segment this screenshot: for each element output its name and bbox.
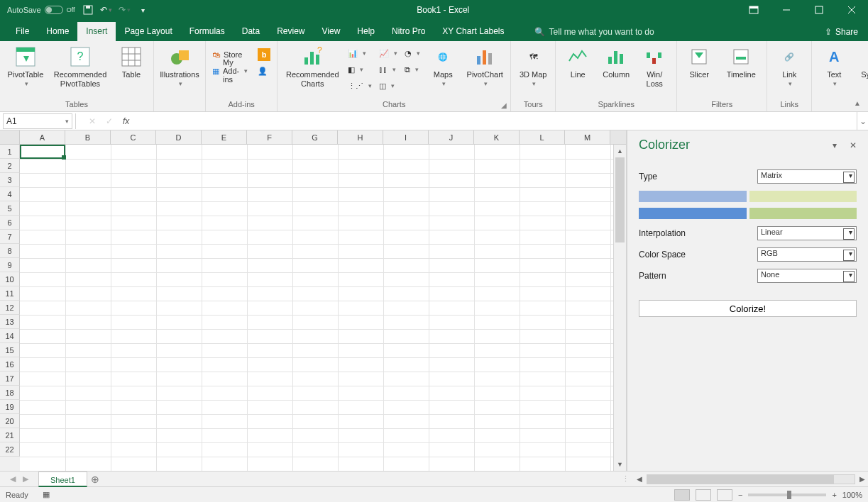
sheet-next-icon[interactable]: ▶ xyxy=(23,474,28,484)
line-chart-button[interactable]: 📈▾ xyxy=(377,45,400,61)
name-box[interactable]: A1▾ xyxy=(3,113,72,129)
tab-insert[interactable]: Insert xyxy=(77,22,116,41)
expand-formula-icon[interactable]: ⌄ xyxy=(857,112,868,130)
column-chart-button[interactable]: 📊▾ xyxy=(346,45,374,61)
row-header-8[interactable]: 8 xyxy=(0,244,20,258)
tab-nitro-pro[interactable]: Nitro Pro xyxy=(383,22,434,41)
panel-options-icon[interactable]: ▾ xyxy=(833,140,837,150)
worksheet-grid[interactable]: ABCDEFGHIJKLM 12345678910111213141516171… xyxy=(0,130,627,471)
pattern-select[interactable]: None xyxy=(757,269,857,283)
undo-icon[interactable]: ↶▾ xyxy=(101,4,112,16)
zoom-out-button[interactable]: − xyxy=(738,491,742,499)
new-sheet-button[interactable]: ⊕ xyxy=(87,474,103,485)
zoom-in-button[interactable]: + xyxy=(832,491,836,499)
vertical-scrollbar[interactable]: ▲ ▼ xyxy=(613,145,626,471)
scatter-chart-button[interactable]: ⋮⋰▾ xyxy=(346,78,374,94)
qat-customize-icon[interactable]: ▾ xyxy=(138,4,149,16)
column-header-G[interactable]: G xyxy=(292,130,338,144)
tab-split-handle[interactable]: ⋮ xyxy=(617,474,634,484)
tab-home[interactable]: Home xyxy=(38,22,77,41)
save-icon[interactable] xyxy=(82,4,94,16)
pivotchart-button[interactable]: PivotChart▾ xyxy=(463,44,506,89)
fx-icon[interactable]: fx xyxy=(123,116,129,126)
share-button[interactable]: ⇪ Share xyxy=(815,27,868,41)
formula-input[interactable] xyxy=(139,113,857,129)
tab-file[interactable]: File xyxy=(7,22,38,41)
row-header-11[interactable]: 11 xyxy=(0,286,20,301)
swatch-green-light[interactable] xyxy=(749,191,857,202)
row-header-4[interactable]: 4 xyxy=(0,187,20,201)
scroll-right-icon[interactable]: ▶ xyxy=(857,475,868,483)
type-select[interactable]: Matrix xyxy=(757,169,857,184)
column-header-E[interactable]: E xyxy=(202,130,247,144)
pivottable-button[interactable]: PivotTable▾ xyxy=(4,44,47,89)
macro-record-icon[interactable]: ▦ xyxy=(43,490,50,499)
row-header-9[interactable]: 9 xyxy=(0,258,20,272)
column-header-D[interactable]: D xyxy=(156,130,202,144)
tab-data[interactable]: Data xyxy=(234,22,268,41)
row-header-22[interactable]: 22 xyxy=(0,442,20,457)
hscroll-thumb[interactable] xyxy=(647,475,834,484)
recommended-charts-button[interactable]: ?Recommended Charts xyxy=(282,44,343,89)
page-break-view-button[interactable] xyxy=(717,489,732,501)
horizontal-scrollbar[interactable]: ◀ ▶ xyxy=(634,474,868,484)
column-header-A[interactable]: A xyxy=(20,130,65,144)
row-header-20[interactable]: 20 xyxy=(0,414,20,428)
slicer-button[interactable]: Slicer xyxy=(681,44,717,79)
close-button[interactable] xyxy=(835,0,868,20)
row-header-12[interactable]: 12 xyxy=(0,301,20,315)
panel-close-icon[interactable]: ✕ xyxy=(850,140,857,150)
row-header-3[interactable]: 3 xyxy=(0,173,20,187)
interpolation-select[interactable]: Linear xyxy=(757,226,857,240)
colorize-button[interactable]: Colorize! xyxy=(639,300,857,317)
column-header-M[interactable]: M xyxy=(565,130,610,144)
swatch-blue[interactable] xyxy=(639,208,747,219)
sparkline-winloss-button[interactable]: Win/ Loss xyxy=(637,44,672,89)
tab-review[interactable]: Review xyxy=(268,22,313,41)
timeline-button[interactable]: Timeline xyxy=(720,44,762,79)
row-header-6[interactable]: 6 xyxy=(0,216,20,230)
zoom-level[interactable]: 100% xyxy=(842,491,862,499)
cancel-icon[interactable]: ✕ xyxy=(89,116,96,126)
row-header-21[interactable]: 21 xyxy=(0,428,20,442)
row-header-14[interactable]: 14 xyxy=(0,329,20,343)
color-swatches-row-2[interactable] xyxy=(639,208,857,219)
scroll-down-icon[interactable]: ▼ xyxy=(614,458,626,471)
sheet-tab-sheet1[interactable]: Sheet1 xyxy=(38,472,87,487)
tab-page-layout[interactable]: Page Layout xyxy=(116,22,180,41)
maximize-button[interactable] xyxy=(803,0,835,20)
my-addins-button[interactable]: ▦My Add-ins▾ xyxy=(210,63,250,79)
row-header-10[interactable]: 10 xyxy=(0,272,20,286)
redo-icon[interactable]: ↷▾ xyxy=(119,4,131,16)
statistic-chart-button[interactable]: ⫿⫿▾ xyxy=(377,62,400,77)
normal-view-button[interactable] xyxy=(674,489,690,501)
tab-help[interactable]: Help xyxy=(348,22,383,41)
minimize-button[interactable] xyxy=(770,0,803,20)
sparkline-column-button[interactable]: Column xyxy=(598,44,634,79)
row-header-2[interactable]: 2 xyxy=(0,159,20,173)
row-header-15[interactable]: 15 xyxy=(0,343,20,357)
enter-icon[interactable]: ✓ xyxy=(106,116,113,126)
table-button[interactable]: Table xyxy=(114,44,149,79)
tell-me-search[interactable]: 🔍 Tell me what you want to do xyxy=(527,27,661,41)
3d-map-button[interactable]: 🗺3D Map▾ xyxy=(515,44,551,89)
tab-xy-chart-labels[interactable]: XY Chart Labels xyxy=(434,22,512,41)
illustrations-button[interactable]: Illustrations▾ xyxy=(158,44,201,89)
row-header-5[interactable]: 5 xyxy=(0,201,20,216)
swatch-green[interactable] xyxy=(749,208,857,219)
ribbon-display-icon[interactable] xyxy=(737,0,770,20)
scroll-thumb[interactable] xyxy=(615,157,625,242)
color-swatches-row-1[interactable] xyxy=(639,191,857,202)
zoom-slider[interactable] xyxy=(748,493,826,496)
recommended-pivottables-button[interactable]: ?Recommended PivotTables xyxy=(50,44,111,89)
symbols-button[interactable]: ΩSymbols▾ xyxy=(855,44,868,89)
autosave-toggle[interactable]: AutoSave Off xyxy=(7,6,75,14)
pie-chart-button[interactable]: ◔▾ xyxy=(402,45,422,61)
bing-addin-button[interactable]: b xyxy=(256,47,273,62)
scroll-up-icon[interactable]: ▲ xyxy=(614,145,626,157)
column-header-J[interactable]: J xyxy=(429,130,474,144)
scroll-left-icon[interactable]: ◀ xyxy=(634,475,645,483)
column-header-H[interactable]: H xyxy=(338,130,383,144)
tab-view[interactable]: View xyxy=(314,22,349,41)
collapse-ribbon-icon[interactable]: ▲ xyxy=(854,99,861,107)
